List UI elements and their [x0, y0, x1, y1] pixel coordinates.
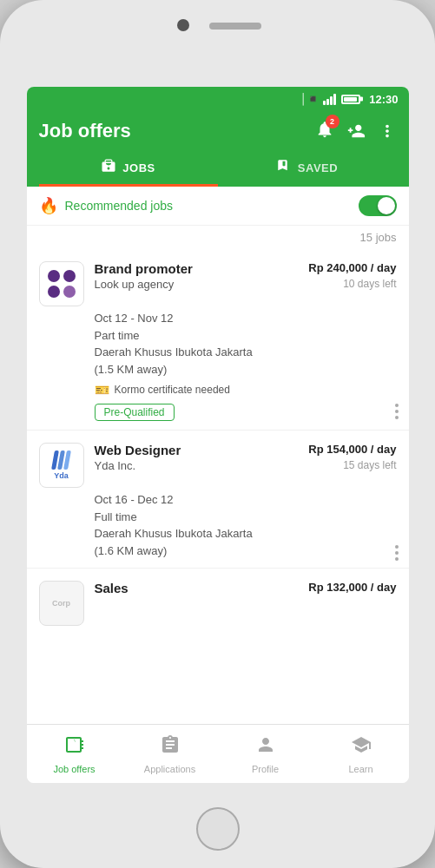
- nav-item-profile[interactable]: Profile: [218, 727, 313, 781]
- job-card-sales[interactable]: Corp Sales Rp 132,000 / day: [27, 569, 409, 629]
- job-salary-2: Rp 154,000 / day: [308, 443, 396, 456]
- job-card-top: Brand promoter Rp 240,000 / day Look up …: [39, 261, 397, 306]
- wifi-icon: │◾: [300, 93, 320, 105]
- job-info-1: Brand promoter Rp 240,000 / day Look up …: [95, 261, 397, 291]
- more-options-button[interactable]: [378, 122, 397, 141]
- tab-saved[interactable]: SAVED: [218, 149, 397, 187]
- nav-label-learn: Learn: [348, 764, 372, 774]
- certificate-label-1: Kormo certificate needed: [115, 384, 230, 396]
- job-distance-1: (1.5 KM away): [95, 361, 397, 378]
- job-location-1: Daerah Khusus Ibukota Jakarta: [95, 344, 397, 361]
- time-display: 12:30: [369, 93, 398, 106]
- job-location-2: Daerah Khusus Ibukota Jakarta: [95, 525, 397, 542]
- job-dates-1: Oct 12 - Nov 12: [95, 310, 397, 327]
- company-name-2: Yda Inc.: [95, 459, 136, 472]
- yda-stripes: [53, 450, 69, 470]
- days-left-1: 10 days left: [343, 278, 396, 290]
- phone-screen: │◾ 12:30 Job offers: [27, 87, 409, 783]
- job-title-row-2: Web Designer Rp 154,000 / day: [95, 443, 397, 457]
- camera: [177, 19, 189, 31]
- handshake-icon: [64, 734, 85, 760]
- saved-svg: [276, 158, 292, 174]
- recommended-bar: 🔥 Recommended jobs: [27, 187, 409, 226]
- nav-label-applications: Applications: [144, 764, 195, 774]
- job-title-1: Brand promoter: [95, 261, 193, 276]
- company-logo-yda: Yda: [39, 443, 84, 488]
- yda-text: Yda: [54, 471, 69, 480]
- job-dates-2: Oct 16 - Dec 12: [95, 491, 397, 509]
- phone-frame: │◾ 12:30 Job offers: [0, 0, 435, 868]
- jobs-list: Brand promoter Rp 240,000 / day Look up …: [27, 249, 409, 724]
- add-user-icon: [346, 122, 366, 141]
- company-logo-brand-promoter: [39, 261, 84, 306]
- job-offers-nav-icon: [64, 734, 85, 755]
- notification-badge: 2: [326, 115, 339, 128]
- header-actions: 2: [315, 120, 397, 142]
- stripe3: [63, 450, 71, 470]
- speaker: [209, 23, 261, 30]
- job-title-3: Sales: [95, 581, 129, 595]
- nav-item-learn[interactable]: Learn: [313, 727, 409, 781]
- job-type-2: Full time: [95, 509, 397, 526]
- job-type-1: Part time: [95, 327, 397, 345]
- nav-item-applications[interactable]: Applications: [122, 727, 218, 781]
- toggle-knob: [378, 197, 395, 214]
- company-name-1: Look up agency: [95, 278, 175, 291]
- applications-nav-icon: [160, 734, 181, 755]
- job-card-top-2: Yda Web Designer Rp 154,000 / day Yda In…: [39, 443, 397, 488]
- home-button[interactable]: [196, 807, 240, 851]
- job-salary-1: Rp 240,000 / day: [308, 261, 396, 274]
- page-title: Job offers: [39, 120, 131, 142]
- certificate-row-1: 🎫 Kormo certificate needed: [95, 383, 397, 397]
- phone-bottom: [196, 790, 240, 868]
- sales-logo-text: Corp: [52, 599, 70, 608]
- add-user-button[interactable]: [346, 122, 366, 141]
- tab-saved-label: SAVED: [298, 161, 338, 174]
- dot3: [48, 286, 60, 298]
- job-title-row-1: Brand promoter Rp 240,000 / day: [95, 261, 397, 276]
- recommended-toggle[interactable]: [359, 195, 397, 216]
- job-info-2: Web Designer Rp 154,000 / day Yda Inc. 1…: [95, 443, 397, 472]
- more-vert-icon: [378, 122, 397, 141]
- profile-nav-icon: [255, 734, 276, 755]
- learn-icon: [351, 734, 372, 760]
- nav-item-job-offers[interactable]: Job offers: [27, 727, 122, 781]
- job-details-2: Oct 16 - Dec 12 Full time Daerah Khusus …: [95, 491, 397, 559]
- days-left-2: 15 days left: [343, 459, 396, 471]
- dot4: [63, 286, 76, 298]
- notification-button[interactable]: 2: [315, 120, 334, 142]
- job-card-web-designer[interactable]: Yda Web Designer Rp 154,000 / day Yda In…: [27, 431, 409, 569]
- briefcase-icon: [101, 158, 116, 177]
- app-header: Job offers 2: [27, 111, 409, 187]
- phone-top: [0, 0, 435, 87]
- certificate-icon-1: 🎫: [95, 383, 109, 397]
- job-title-2: Web Designer: [95, 443, 181, 457]
- dot1: [48, 270, 60, 282]
- three-dots-icon-1: [395, 404, 399, 419]
- header-tabs: JOBS SAVED: [39, 149, 397, 187]
- job-card-brand-promoter[interactable]: Brand promoter Rp 240,000 / day Look up …: [27, 249, 409, 431]
- profile-icon: [255, 734, 276, 760]
- job-distance-2: (1.6 KM away): [95, 542, 397, 560]
- applications-icon: [160, 734, 181, 760]
- bottom-nav: Job offers Applications Profile: [27, 724, 409, 783]
- company-logo-sales: Corp: [39, 581, 84, 626]
- signal-icon: [323, 93, 336, 105]
- card-menu-2[interactable]: [395, 545, 399, 561]
- job-salary-3: Rp 132,000 / day: [308, 581, 396, 594]
- job-details-1: Oct 12 - Nov 12 Part time Daerah Khusus …: [95, 310, 397, 378]
- recommended-label: Recommended jobs: [65, 199, 352, 213]
- job-card-top-3: Corp Sales Rp 132,000 / day: [39, 581, 397, 626]
- nav-label-job-offers: Job offers: [53, 764, 95, 774]
- nav-label-profile: Profile: [252, 764, 279, 774]
- jobs-count: 15 jobs: [27, 226, 409, 249]
- tab-jobs-label: JOBS: [122, 161, 155, 174]
- flame-icon: 🔥: [39, 196, 58, 215]
- learn-nav-icon: [351, 734, 372, 755]
- saved-icon: [276, 158, 292, 177]
- card-menu-1[interactable]: [395, 404, 399, 419]
- tab-jobs[interactable]: JOBS: [39, 149, 218, 187]
- job-info-3: Sales Rp 132,000 / day: [95, 581, 397, 595]
- header-top: Job offers 2: [39, 120, 397, 142]
- status-bar: │◾ 12:30: [27, 87, 409, 111]
